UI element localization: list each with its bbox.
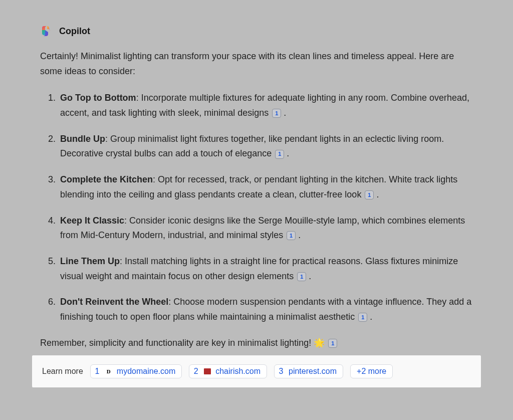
citation-badge[interactable]: 1 — [358, 313, 367, 322]
closing-text-span: Remember, simplicity and functionality a… — [40, 338, 314, 348]
tip-title: Complete the Kitchen — [60, 174, 153, 184]
list-item: Keep It Classic: Consider iconic designs… — [58, 214, 473, 243]
sparkle-icon: 🌟 — [314, 336, 325, 351]
citation-badge[interactable]: 1 — [287, 231, 296, 240]
citation-badge[interactable]: 1 — [275, 150, 284, 159]
source-chip[interactable]: 1 D mydomaine.com — [90, 364, 182, 378]
source-number: 1 — [94, 367, 101, 376]
closing-text: Remember, simplicity and functionality a… — [40, 336, 473, 351]
favicon-icon — [203, 367, 211, 375]
citation-badge[interactable]: 1 — [272, 109, 281, 118]
tip-text: : Install matching lights in a straight … — [60, 256, 458, 281]
list-item: Go Top to Bottom: Incorporate multiple f… — [58, 91, 473, 120]
source-number: 3 — [278, 367, 285, 376]
more-sources-button[interactable]: +2 more — [350, 364, 393, 378]
source-domain: chairish.com — [215, 367, 261, 376]
tip-title: Don't Reinvent the Wheel — [60, 297, 168, 307]
assistant-name: Copilot — [59, 26, 90, 37]
list-item: Complete the Kitchen: Opt for recessed, … — [58, 172, 473, 202]
response-header: Copilot — [40, 25, 473, 37]
response-body: Certainly! Minimalist lighting can trans… — [40, 49, 473, 350]
list-item: Line Them Up: Install matching lights in… — [58, 254, 473, 284]
tip-title: Line Them Up — [60, 256, 120, 266]
more-sources-label: +2 more — [357, 367, 386, 376]
tips-list: Go Top to Bottom: Incorporate multiple f… — [40, 91, 473, 324]
chat-response-card: Copilot Certainly! Minimalist lighting c… — [0, 0, 513, 350]
citation-badge[interactable]: 1 — [328, 339, 337, 348]
citation-badge[interactable]: 1 — [297, 272, 306, 281]
source-chip[interactable]: 2 chairish.com — [189, 364, 267, 378]
learn-more-label: Learn more — [42, 367, 83, 376]
learn-more-bar: Learn more 1 D mydomaine.com 2 chairish.… — [32, 355, 481, 387]
list-item: Bundle Up: Group minimalist light fixtur… — [58, 132, 473, 161]
citation-badge[interactable]: 1 — [365, 190, 374, 199]
tip-title: Keep It Classic — [60, 216, 124, 226]
source-domain: mydomaine.com — [117, 367, 175, 376]
favicon-icon: D — [105, 367, 113, 375]
intro-text: Certainly! Minimalist lighting can trans… — [40, 49, 473, 79]
source-number: 2 — [192, 367, 199, 376]
tip-title: Go Top to Bottom — [60, 93, 136, 103]
copilot-logo-icon — [40, 25, 52, 37]
source-domain: pinterest.com — [289, 367, 337, 376]
list-item: Don't Reinvent the Wheel: Choose modern … — [58, 295, 473, 324]
source-chip[interactable]: 3 pinterest.com — [274, 364, 343, 378]
tip-text: : Group minimalist light fixtures togeth… — [60, 134, 444, 159]
tip-title: Bundle Up — [60, 134, 105, 144]
